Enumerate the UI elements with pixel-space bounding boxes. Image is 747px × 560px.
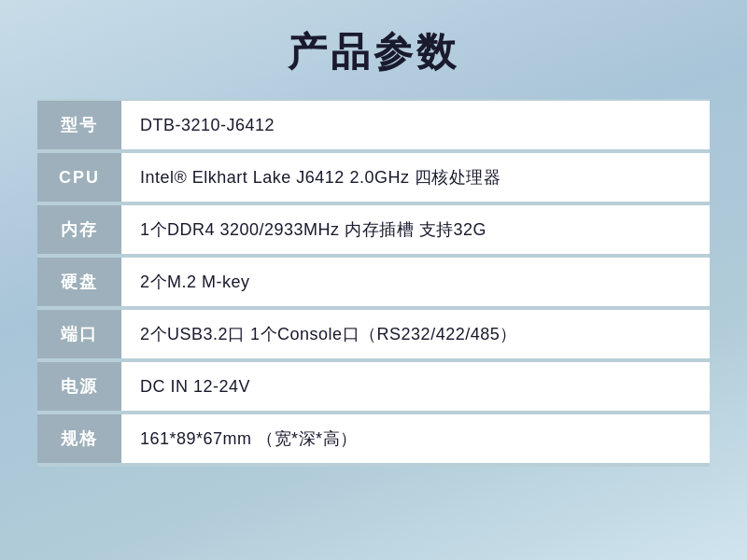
spec-value: DTB-3210-J6412 [121, 100, 710, 151]
spec-label: 硬盘 [37, 256, 121, 308]
spec-label: 规格 [37, 413, 121, 465]
spec-label: 电源 [37, 360, 121, 413]
spec-label: 端口 [37, 308, 121, 360]
table-row: 端口2个USB3.2口 1个Console口（RS232/422/485） [37, 308, 710, 360]
spec-label: 型号 [37, 100, 121, 151]
spec-label: CPU [37, 151, 121, 203]
spec-value: 2个USB3.2口 1个Console口（RS232/422/485） [121, 308, 710, 360]
spec-value: DC IN 12-24V [121, 360, 710, 413]
table-row: CPUIntel® Elkhart Lake J6412 2.0GHz 四核处理… [37, 151, 710, 203]
spec-value: Intel® Elkhart Lake J6412 2.0GHz 四核处理器 [121, 151, 710, 203]
spec-value: 1个DDR4 3200/2933MHz 内存插槽 支持32G [121, 203, 710, 256]
table-row: 内存1个DDR4 3200/2933MHz 内存插槽 支持32G [37, 203, 710, 256]
spec-value: 2个M.2 M-key [121, 256, 710, 308]
table-row: 规格161*89*67mm （宽*深*高） [37, 413, 710, 465]
spec-label: 内存 [37, 203, 121, 256]
table-row: 型号DTB-3210-J6412 [37, 100, 710, 151]
table-row: 电源DC IN 12-24V [37, 360, 710, 413]
specs-table: 型号DTB-3210-J6412CPUIntel® Elkhart Lake J… [37, 99, 710, 467]
table-row: 硬盘2个M.2 M-key [37, 256, 710, 308]
spec-value: 161*89*67mm （宽*深*高） [121, 413, 710, 465]
page-title: 产品参数 [288, 26, 459, 78]
